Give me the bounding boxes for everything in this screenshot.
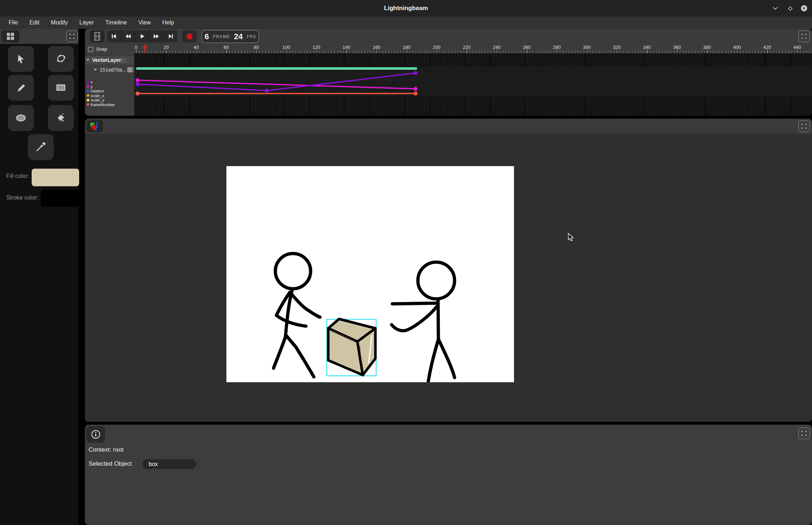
timeline-ruler[interactable]: 0204060801001201401601802002202402602803… (134, 44, 812, 53)
ruler-major-tick (527, 50, 527, 53)
rectangle-tool-button[interactable] (48, 75, 74, 101)
layer-row[interactable]: VectorLayer[L] (85, 55, 134, 64)
maximize-icon[interactable] (786, 5, 794, 12)
menu-item-layer[interactable]: Layer (73, 17, 99, 29)
curve-y[interactable] (137, 80, 415, 89)
pencil-tool-button[interactable] (8, 75, 34, 101)
animation-curves (134, 67, 812, 96)
selected-object-field[interactable]: box (142, 459, 196, 469)
menu-item-timeline[interactable]: Timeline (100, 17, 133, 29)
info-panel-expand-button[interactable] (798, 428, 810, 439)
frame-value[interactable]: 6 (204, 32, 209, 41)
ruler-major-tick (647, 50, 648, 53)
stage-panel (85, 119, 812, 422)
box-object[interactable] (327, 319, 376, 376)
ruler-label: 120 (312, 45, 320, 50)
property-row-y[interactable]: y (87, 85, 93, 89)
layer-name: VectorLayer (92, 57, 121, 63)
keyframe-dot-frameNumber[interactable] (414, 92, 418, 96)
ruler-label: 240 (493, 45, 501, 50)
ruler-label: 20 (163, 45, 168, 50)
ruler-label: 260 (523, 45, 531, 50)
select-tool-button[interactable] (8, 46, 34, 72)
ruler-major-tick (737, 50, 737, 53)
record-icon (186, 33, 193, 40)
ruler-label: 160 (373, 45, 380, 50)
shapes-button[interactable] (86, 120, 103, 132)
property-row-scale_y[interactable]: scale_y (87, 98, 104, 102)
play-button[interactable] (135, 30, 149, 42)
transform-tool-button[interactable] (48, 46, 74, 72)
stage-expand-button[interactable] (798, 120, 810, 132)
record-button[interactable] (182, 30, 197, 42)
eyedropper-tool-button[interactable] (28, 134, 54, 160)
property-row-x[interactable]: x (87, 80, 93, 84)
menu-item-modify[interactable]: Modify (45, 17, 73, 29)
property-row-scale_x[interactable]: scale_x (87, 93, 104, 98)
layer-extent-bar[interactable] (136, 67, 417, 70)
skip-to-end-button[interactable] (163, 30, 177, 42)
transform-nodes-icon (55, 53, 67, 65)
timeline-expand-button[interactable] (798, 31, 810, 42)
keyframe-dot-frameNumber[interactable] (136, 92, 140, 96)
keyframe-dot-x[interactable] (136, 82, 140, 86)
frame-fps-display: 6 FRAME 24 FPS (202, 30, 259, 43)
timeline-panel: 6 FRAME 24 FPS Snap VectorLayer[L] 151ad… (85, 29, 812, 116)
keyframe-dot-y[interactable] (136, 78, 140, 82)
info-button[interactable] (86, 426, 105, 443)
tool-palette-header (0, 29, 78, 44)
animation-curves-area[interactable] (134, 67, 812, 96)
frame-cells-row[interactable] (134, 96, 812, 116)
stick-figure-left[interactable] (274, 254, 320, 377)
property-label: scale_x (91, 93, 104, 98)
film-button[interactable] (90, 30, 104, 42)
ruler-label: 60 (224, 45, 229, 50)
fps-value[interactable]: 24 (234, 32, 243, 41)
ruler-major-tick (617, 50, 617, 53)
frame-cells-row[interactable] (134, 53, 812, 67)
menu-item-file[interactable]: File (3, 17, 24, 29)
paint-bucket-icon (55, 112, 67, 124)
paint-bucket-tool-button[interactable] (48, 105, 74, 131)
rewind-button[interactable] (121, 30, 135, 42)
ellipse-tool-button[interactable] (8, 105, 34, 131)
fill-color-swatch[interactable] (32, 169, 79, 186)
panel-grid-button[interactable] (1, 30, 19, 42)
ruler-label: 200 (433, 45, 441, 50)
snap-checkbox[interactable] (88, 47, 93, 52)
minimize-icon[interactable] (772, 5, 779, 12)
menu-bar: FileEditModifyLayerTimelineViewHelp (0, 17, 812, 29)
collapse-triangle-icon[interactable] (94, 69, 97, 71)
drawing-canvas[interactable] (226, 166, 514, 382)
property-label: frameNumber (91, 102, 115, 107)
fast-forward-button[interactable] (149, 30, 163, 42)
keyframe-dot-x[interactable] (414, 71, 418, 75)
expand-icon (802, 431, 807, 436)
stroke-color-swatch[interactable] (41, 190, 79, 207)
ruler-label: 280 (553, 45, 561, 50)
menu-item-edit[interactable]: Edit (24, 17, 45, 29)
playhead-icon[interactable] (142, 44, 148, 53)
property-row-frameNumber[interactable]: frameNumber (87, 102, 115, 107)
skip-to-start-button[interactable] (107, 30, 121, 42)
stick-figure-right[interactable] (392, 262, 455, 381)
timeline-object-name: 151ad70a... (100, 67, 126, 73)
menu-item-view[interactable]: View (132, 17, 156, 29)
ruler-label: 220 (463, 45, 471, 50)
timeline-object-row[interactable]: 151ad70a... ~ (85, 65, 134, 74)
keyframe-dot-y[interactable] (414, 87, 418, 91)
ruler-label: 300 (583, 45, 591, 50)
ruler-label: 320 (613, 45, 621, 50)
close-icon[interactable] (800, 5, 808, 12)
keyframe-square-button[interactable] (127, 67, 132, 72)
mouse-cursor-icon (568, 233, 574, 242)
snap-label: Snap (96, 46, 107, 52)
selected-object-label: Selected Object (89, 460, 132, 467)
ruler-label: 380 (703, 45, 711, 50)
tool-palette-expand-button[interactable] (66, 31, 78, 42)
timeline-track-area[interactable]: 0204060801001201401601802002202402602803… (134, 44, 812, 116)
property-row-rotation[interactable]: rotation (87, 89, 104, 93)
menu-item-help[interactable]: Help (157, 17, 180, 29)
keyframe-dot-x[interactable] (265, 89, 269, 93)
collapse-triangle-icon[interactable] (86, 59, 90, 61)
